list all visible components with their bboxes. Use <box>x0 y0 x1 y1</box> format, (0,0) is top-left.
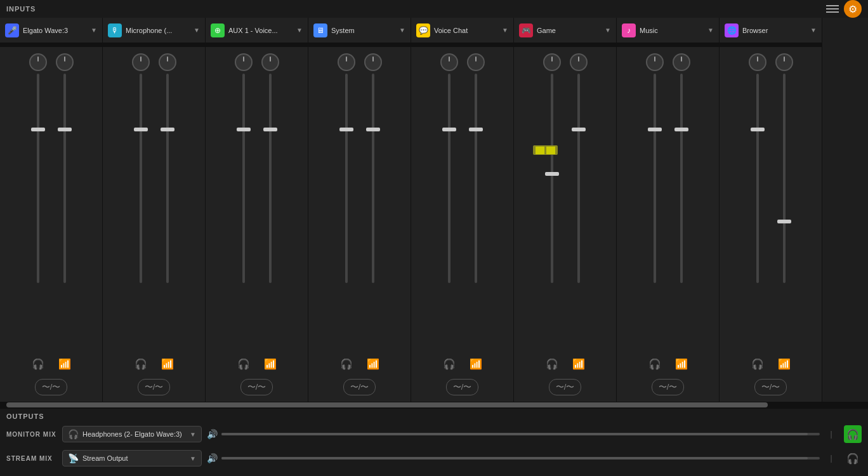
headphone-mute-btn-music[interactable]: 🎧 <box>646 355 664 373</box>
fader1-handle-music[interactable] <box>648 128 662 131</box>
fader2-handle-game[interactable] <box>572 128 586 131</box>
waveform-btn-voicechat[interactable]: 〜/〜 <box>415 378 510 399</box>
channel-header-browser[interactable]: 🌐 Browser ▼ <box>720 18 822 43</box>
fader2-track-elgato[interactable] <box>63 74 66 283</box>
mic-mute-btn-aux1[interactable]: 📶 <box>261 355 279 373</box>
fader2-track-game[interactable] <box>577 74 580 283</box>
knob1-browser[interactable] <box>749 53 766 71</box>
mic-mute-btn-elgato[interactable]: 📶 <box>56 355 74 373</box>
menu-button[interactable] <box>825 1 840 17</box>
fader2-track-browser[interactable] <box>783 74 786 283</box>
mic-mute-btn-game[interactable]: 📶 <box>570 355 588 373</box>
waveform-btn-music[interactable]: 〜/〜 <box>621 378 715 399</box>
horizontal-scrollbar[interactable] <box>0 402 868 408</box>
fader2-handle-system[interactable] <box>366 128 380 131</box>
fader2-handle-browser[interactable] <box>777 220 791 223</box>
monitor-volume-bar[interactable] <box>221 433 820 435</box>
headphone-mute-btn-voicechat[interactable]: 🎧 <box>440 355 458 373</box>
fader1-track-system[interactable] <box>345 74 348 283</box>
stream-volume-bar[interactable] <box>221 457 820 459</box>
knob1-music[interactable] <box>646 53 664 71</box>
channel-header-system[interactable]: 🖥 System ▼ <box>308 18 411 43</box>
fader1-track-microphone[interactable] <box>140 74 142 283</box>
fader1-track-music[interactable] <box>654 74 656 283</box>
fader2-handle-voicechat[interactable] <box>469 128 483 131</box>
waveform-oval-browser[interactable]: 〜/〜 <box>754 379 787 395</box>
fader1-handle-aux1[interactable] <box>237 128 251 131</box>
headphone-mute-btn-aux1[interactable]: 🎧 <box>235 355 253 373</box>
knob2-music[interactable] <box>673 53 690 71</box>
fader2-handle-microphone[interactable] <box>161 128 174 131</box>
fader2-track-voicechat[interactable] <box>475 74 477 283</box>
channel-header-microphone[interactable]: 🎙 Microphone (... ▼ <box>103 18 205 43</box>
fader1-track-elgato[interactable] <box>37 74 39 283</box>
channel-dropdown-system[interactable]: ▼ <box>399 27 405 34</box>
monitor-mute-button[interactable]: | <box>824 426 839 442</box>
knob2-voicechat[interactable] <box>467 53 485 71</box>
channel-dropdown-microphone[interactable]: ▼ <box>194 27 200 34</box>
fader2-track-microphone[interactable] <box>166 74 169 283</box>
knob1-voicechat[interactable] <box>440 53 458 71</box>
fader2-track-aux1[interactable] <box>269 74 272 283</box>
fader1-handle-microphone[interactable] <box>134 128 148 131</box>
waveform-btn-elgato[interactable]: 〜/〜 <box>4 378 98 399</box>
waveform-btn-browser[interactable]: 〜/〜 <box>723 378 818 399</box>
fader1-handle-voicechat[interactable] <box>442 128 456 131</box>
waveform-oval-music[interactable]: 〜/〜 <box>652 379 685 395</box>
fader1-track-aux1[interactable] <box>242 74 245 283</box>
headphone-mute-btn-browser[interactable]: 🎧 <box>749 355 766 373</box>
fader1-track-game[interactable] <box>551 74 553 283</box>
waveform-oval-game[interactable]: 〜/〜 <box>549 379 582 395</box>
headphone-mute-btn-system[interactable]: 🎧 <box>338 355 355 373</box>
fader1-handle-system[interactable] <box>339 128 353 131</box>
fader2-handle-music[interactable] <box>674 128 688 131</box>
waveform-btn-microphone[interactable]: 〜/〜 <box>107 378 201 399</box>
channel-header-aux1[interactable]: ⊕ AUX 1 - Voice... ▼ <box>206 18 308 43</box>
channel-dropdown-game[interactable]: ▼ <box>605 27 611 34</box>
mic-mute-btn-microphone[interactable]: 📶 <box>159 355 176 373</box>
waveform-oval-elgato[interactable]: 〜/〜 <box>35 379 68 395</box>
knob1-system[interactable] <box>338 53 355 71</box>
fader1-handle-elgato[interactable] <box>31 128 45 131</box>
knob2-browser[interactable] <box>775 53 793 71</box>
waveform-oval-voicechat[interactable]: 〜/〜 <box>446 379 479 395</box>
knob1-aux1[interactable] <box>235 53 253 71</box>
mic-mute-btn-browser[interactable]: 📶 <box>775 355 793 373</box>
stream-mute-button[interactable]: | <box>824 451 839 466</box>
knob2-elgato[interactable] <box>56 53 74 71</box>
headphone-mute-btn-elgato[interactable]: 🎧 <box>29 355 47 373</box>
waveform-oval-aux1[interactable]: 〜/〜 <box>240 379 273 395</box>
fader2-track-music[interactable] <box>680 74 683 283</box>
knob1-game[interactable] <box>543 53 561 71</box>
stream-extra-button[interactable]: 🎧 <box>844 449 862 467</box>
fader1-handle-browser[interactable] <box>751 128 765 131</box>
waveform-oval-system[interactable]: 〜/〜 <box>343 379 376 395</box>
headphone-mute-btn-game[interactable]: 🎧 <box>543 355 561 373</box>
waveform-btn-game[interactable]: 〜/〜 <box>518 378 612 399</box>
mic-mute-btn-system[interactable]: 📶 <box>364 355 382 373</box>
fader1-handle-game[interactable] <box>545 172 559 176</box>
knob1-elgato[interactable] <box>29 53 47 71</box>
settings-button[interactable]: ⚙ <box>844 0 862 18</box>
knob2-game[interactable] <box>570 53 588 71</box>
monitor-device-selector[interactable]: 🎧 Headphones (2- Elgato Wave:3) ▼ <box>62 426 202 442</box>
headphone-mute-btn-microphone[interactable]: 🎧 <box>132 355 150 373</box>
channel-header-elgato[interactable]: 🎤 Elgato Wave:3 ▼ <box>0 18 102 43</box>
mic-mute-btn-music[interactable]: 📶 <box>673 355 690 373</box>
fader1-track-browser[interactable] <box>756 74 759 283</box>
fader2-track-system[interactable] <box>372 74 374 283</box>
fader1-track-voicechat[interactable] <box>448 74 450 283</box>
channel-header-music[interactable]: ♪ Music ▼ <box>617 18 719 43</box>
monitor-extra-button[interactable]: 🎧 <box>844 425 862 443</box>
channel-header-game[interactable]: 🎮 Game ▼ <box>514 18 616 43</box>
channel-dropdown-aux1[interactable]: ▼ <box>296 27 303 34</box>
knob1-microphone[interactable] <box>132 53 150 71</box>
mic-mute-btn-voicechat[interactable]: 📶 <box>467 355 485 373</box>
knob2-system[interactable] <box>364 53 382 71</box>
scrollbar-thumb[interactable] <box>6 402 768 407</box>
fader2-handle-elgato[interactable] <box>58 128 72 131</box>
channel-header-voicechat[interactable]: 💬 Voice Chat ▼ <box>411 18 513 43</box>
stream-device-selector[interactable]: 📡 Stream Output ▼ <box>62 450 202 466</box>
channel-dropdown-browser[interactable]: ▼ <box>810 27 817 34</box>
channel-dropdown-voicechat[interactable]: ▼ <box>502 27 508 34</box>
